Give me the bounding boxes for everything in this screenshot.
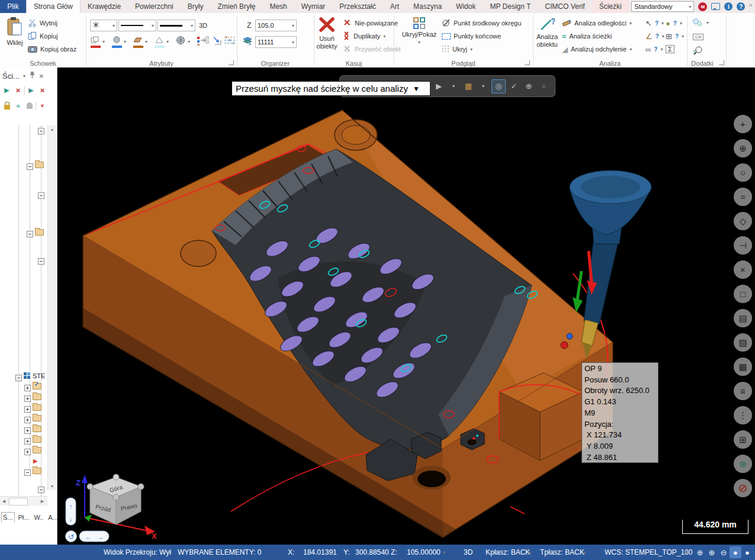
viewport-tool-mesh-button[interactable]: ▦ [734,358,752,376]
folder-icon[interactable] [33,415,41,421]
tree-expander[interactable] [24,438,31,445]
deviation-analysis-button[interactable]: ◢ Analizuj odchylenie ▾ [562,44,632,54]
tree-expander[interactable] [24,469,31,476]
tree-expander[interactable] [38,258,44,265]
restore-object-button[interactable]: Przywróć obiekt [343,44,401,54]
analyze-chain-button[interactable]: ∞? ▾ [645,44,663,54]
chevron-down-icon[interactable]: ▾ [124,39,126,44]
ghost-icon[interactable] [24,101,34,111]
panel-horizontal-scrollbar[interactable]: ◀ ▶ [0,496,47,506]
viewport-tool-polygon-button[interactable]: ◇ [734,212,752,230]
tab-maszyna[interactable]: Maszyna [406,0,449,13]
material-view-icon[interactable]: ◐ [751,546,755,558]
pan-up-icon[interactable]: ↑ [69,503,73,510]
mesh-color-button[interactable] [155,36,165,48]
dodatki-dialog-launcher[interactable] [719,60,724,65]
viewport-tool-box-button[interactable]: □ [734,285,752,303]
viewport-tool-disable-button[interactable]: ⊘ [734,479,752,497]
tree-expander[interactable] [24,427,31,434]
tree-root-label[interactable]: STE [33,372,45,379]
sum-button[interactable]: Σ [666,44,674,54]
chevron-down-icon[interactable]: ▾ [166,39,169,44]
panel-vertical-scrollbar[interactable]: ▲ ▼ [47,125,56,490]
scroll-right-icon[interactable]: ▶ [38,497,46,506]
open-folder-icon[interactable] [33,468,41,474]
tree-expander[interactable] [24,385,31,391]
viewport-tool-move-button[interactable]: + [734,115,752,133]
copy-image-button[interactable]: Kopiuj obraz [28,44,76,54]
scroll-up-icon[interactable]: ▲ [48,125,56,133]
analyze-object-button[interactable]: ? Analiza obiektu [532,17,562,49]
tree-expander[interactable] [24,395,31,402]
addins-gears-button[interactable]: ▾ [692,18,709,27]
style-select[interactable]: Standardowy ▾ [631,1,694,12]
viewport-tool-trim-button[interactable]: × [734,260,752,279]
copy-button[interactable]: Kopiuj [28,31,58,41]
tab-bryly[interactable]: Bryły [181,0,211,13]
z-level-combo[interactable]: 105.0 ▾ [255,20,297,31]
rotate-cursor-icon[interactable]: ⊕ [522,80,535,93]
analyze-angle-button[interactable]: ∠? ▾ [645,31,664,41]
info-icon[interactable]: i [724,2,732,11]
chevron-down-icon[interactable]: ▾ [102,39,105,44]
surface-color-button[interactable] [133,36,144,48]
viewport-tool-transform-button[interactable]: ⊕ [734,139,752,157]
shaded-view-icon[interactable]: ● [730,546,741,558]
distance-analysis-button[interactable]: ? Analiza odległości ▾ [562,18,632,28]
path-analysis-button[interactable]: ≈ Analiza ścieżki [562,31,612,41]
scroll-left-icon[interactable]: ◀ [0,497,8,506]
viewport-tool-hatch-button[interactable]: ▨ [734,333,752,352]
folder-icon[interactable] [35,162,44,168]
multi-attributes-button[interactable] [224,36,236,48]
delete-objects-button[interactable]: Usuń obiekty [313,17,341,50]
analysis-prompt-dropdown[interactable]: Przesuń myszkę nad ścieżkę w celu analiz… [232,81,430,96]
verify-cursor-icon[interactable]: ✓ [507,80,521,93]
viewport-tool-more-button[interactable]: ⋮ [734,406,752,424]
panel-tab-warstwy[interactable]: W.. [33,513,44,522]
inspect-button[interactable] [693,46,703,56]
circle-center-button[interactable]: Punkt środkowy okręgu [442,18,521,28]
cut-button[interactable]: Wytnij [28,18,57,28]
tab-mp-design[interactable]: MP Design T [483,0,538,13]
scrollbar-thumb[interactable] [9,498,28,506]
feedback-icon[interactable] [711,3,720,10]
chevron-down-icon[interactable]: ▾ [477,80,490,93]
chevron-down-icon[interactable]: ▾ [188,39,190,44]
tree-expander[interactable] [27,231,33,237]
viewport-tool-surface-button[interactable]: ▤ [734,309,752,327]
folder-icon[interactable] [33,447,41,453]
help-icon[interactable]: ? [737,2,745,11]
grid-select-icon[interactable]: ▦ [462,80,475,93]
line-width-combo[interactable]: ▾ [158,20,195,31]
viewport-tool-list-button[interactable]: ≡ [734,382,752,400]
chevron-down-icon[interactable]: ▾ [529,550,531,555]
line-style-combo[interactable]: ▾ [118,20,156,31]
atrybuty-dialog-launcher[interactable] [229,60,234,65]
panel-tab-plaszczyzny[interactable]: Pł... [17,513,31,522]
transfer-attributes-button[interactable] [212,36,223,48]
folder-icon[interactable] [33,404,41,411]
folder-icon[interactable] [33,436,41,443]
delete-unattached-button[interactable]: Nie-powiązane [343,18,398,28]
close-icon[interactable]: × [39,72,44,81]
play-icon[interactable]: ▶ [33,458,38,464]
tree-expander[interactable] [38,192,44,199]
solid-color-button[interactable] [112,36,123,48]
collapse-ribbon-icon[interactable]: ^ [749,4,752,10]
tab-widok[interactable]: Widok [449,0,483,13]
tab-zmien-bryle[interactable]: Zmień Bryłę [210,0,262,13]
chevron-down-icon[interactable]: ▾ [685,550,687,555]
viewport-tool-circle-button[interactable]: ○ [734,163,752,182]
rotate-view-icon[interactable]: ↺ [68,533,74,541]
hide-show-button[interactable]: Ukryj/Pokaż ▾ [401,17,437,46]
tab-wymiar[interactable]: Wymiar [294,0,333,13]
endpoints-button[interactable]: Punkty końcowe [442,31,501,41]
tab-cimco-verify[interactable]: CIMCO Verif [538,0,592,13]
select-path-icon[interactable]: ▶ [2,85,12,95]
stock-icon[interactable] [24,372,30,379]
layers-combo[interactable]: 11111 ▾ [255,36,297,48]
hide-small-button[interactable]: Ukryj ▾ [442,44,473,54]
deselect-path-icon[interactable]: × [13,85,23,95]
chevron-down-icon[interactable]: ▾ [583,550,586,555]
tab-art[interactable]: Art [383,0,406,13]
